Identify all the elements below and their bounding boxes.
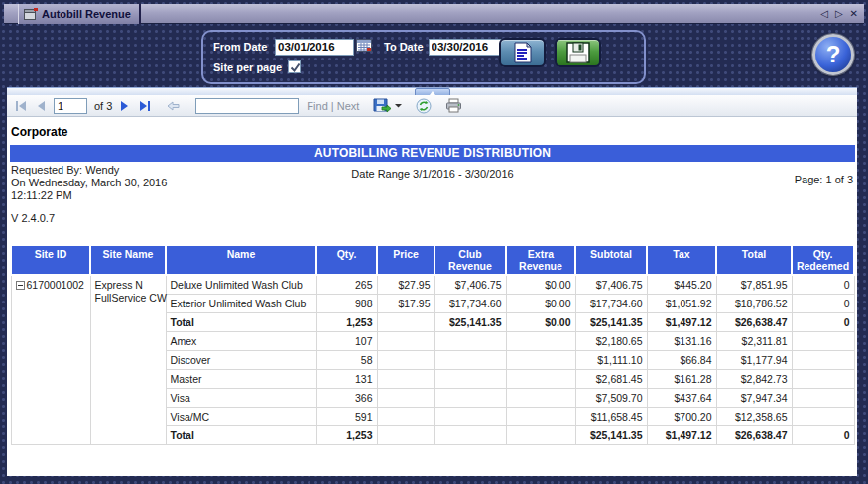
cell-tax: $161.28 bbox=[647, 369, 716, 388]
cell-subtotal: $25,141.35 bbox=[575, 312, 647, 331]
tab-bar: Autobill Revenue ◁ ▷ ✕ bbox=[4, 4, 864, 24]
export-button[interactable] bbox=[373, 98, 391, 113]
page-number-input[interactable] bbox=[54, 98, 87, 114]
export-floppy-icon bbox=[373, 98, 391, 113]
cell-price bbox=[377, 369, 434, 388]
cell-redeemed: 0 bbox=[792, 312, 854, 331]
help-button[interactable]: ? bbox=[812, 34, 854, 75]
export-dropdown-caret-icon[interactable] bbox=[395, 103, 402, 108]
cell-tax: $437.64 bbox=[647, 388, 716, 407]
cell-extra bbox=[506, 369, 575, 388]
cell-total: $12,358.65 bbox=[716, 407, 792, 425]
cell-redeemed: 0 bbox=[792, 294, 854, 312]
help-question-icon: ? bbox=[826, 41, 841, 67]
next-page-button[interactable] bbox=[120, 100, 130, 112]
report-content: Corporate AUTOBILLING REVENUE DISTRIBUTI… bbox=[7, 117, 857, 476]
previous-page-button[interactable] bbox=[36, 100, 46, 112]
floppy-disk-icon bbox=[566, 42, 590, 63]
cell-name: Discover bbox=[166, 350, 316, 369]
cell-club bbox=[434, 425, 506, 444]
last-page-button[interactable] bbox=[138, 100, 153, 112]
collapse-minus-icon[interactable] bbox=[16, 281, 25, 290]
cell-name: Visa/MC bbox=[166, 407, 316, 425]
cell-price bbox=[377, 407, 434, 425]
cell-price: $17.95 bbox=[377, 294, 434, 312]
report-scope-label: Corporate bbox=[11, 125, 67, 139]
tab-title: Autobill Revenue bbox=[42, 8, 131, 20]
cell-total: $26,638.47 bbox=[716, 425, 792, 444]
column-header-site-id: Site ID bbox=[11, 245, 90, 275]
cell-tax: $66.84 bbox=[647, 350, 716, 369]
from-date-input[interactable] bbox=[275, 39, 354, 56]
printer-icon bbox=[445, 98, 462, 113]
print-button[interactable] bbox=[445, 98, 462, 113]
save-button[interactable] bbox=[555, 38, 601, 67]
cell-club bbox=[434, 388, 506, 407]
nav-forward-icon[interactable]: ▷ bbox=[835, 9, 843, 19]
cell-redeemed bbox=[792, 388, 854, 407]
cell-redeemed bbox=[792, 331, 854, 350]
cell-total: $2,311.81 bbox=[716, 331, 792, 350]
report-title-banner: AUTOBILLING REVENUE DISTRIBUTION bbox=[10, 145, 855, 162]
column-header-name: Name bbox=[166, 245, 316, 275]
revenue-table: Site IDSite NameNameQty.PriceClub Revenu… bbox=[10, 244, 855, 445]
back-to-parent-button[interactable] bbox=[167, 100, 180, 112]
next-link[interactable]: Next bbox=[337, 100, 360, 112]
cell-price bbox=[377, 425, 434, 444]
cell-extra bbox=[506, 388, 575, 407]
cell-name: Visa bbox=[166, 388, 316, 407]
find-link[interactable]: Find bbox=[307, 100, 327, 112]
cell-club bbox=[434, 350, 506, 369]
column-header-site-name: Site Name bbox=[90, 245, 166, 275]
cell-extra: $0.00 bbox=[506, 294, 575, 312]
cell-tax: $1,497.12 bbox=[647, 425, 716, 444]
close-icon[interactable]: ✕ bbox=[850, 9, 858, 19]
first-page-button[interactable] bbox=[13, 100, 28, 112]
cell-extra bbox=[506, 331, 575, 350]
site-per-page-checkbox[interactable] bbox=[288, 60, 301, 73]
find-text-input[interactable] bbox=[195, 98, 299, 114]
site-per-page-row: Site per page bbox=[213, 60, 301, 73]
report-button[interactable] bbox=[499, 38, 546, 67]
site-name-cell: Express NFullService CW bbox=[90, 275, 166, 444]
cell-tax: $1,497.12 bbox=[647, 312, 716, 331]
page-count-label: of 3 bbox=[94, 100, 112, 112]
refresh-icon bbox=[416, 98, 432, 114]
cell-price bbox=[377, 388, 434, 407]
cell-price bbox=[377, 312, 434, 331]
cell-club bbox=[434, 369, 506, 388]
cell-tax: $445.20 bbox=[647, 275, 716, 294]
to-date-label: To Date bbox=[384, 41, 424, 53]
cell-club: $25,141.35 bbox=[434, 312, 506, 331]
site-id-cell: 6170001002 bbox=[11, 275, 90, 444]
column-header-club-revenue: Club Revenue bbox=[434, 245, 506, 275]
cell-total: $18,786.52 bbox=[716, 294, 792, 312]
cell-qty: 107 bbox=[316, 331, 377, 350]
cell-subtotal: $17,734.60 bbox=[575, 294, 647, 312]
cell-name: Deluxe Unlimited Wash Club bbox=[166, 275, 316, 294]
column-header-total: Total bbox=[716, 245, 792, 275]
cell-total: $26,638.47 bbox=[716, 312, 792, 331]
cell-redeemed: 0 bbox=[792, 275, 854, 294]
cell-subtotal: $7,509.70 bbox=[575, 388, 647, 407]
to-date-input[interactable] bbox=[429, 39, 508, 56]
application-window: Autobill Revenue ◁ ▷ ✕ From Date To Date bbox=[0, 0, 868, 484]
cell-qty: 591 bbox=[316, 407, 377, 425]
cell-redeemed bbox=[792, 369, 854, 388]
refresh-button[interactable] bbox=[416, 98, 432, 114]
parameter-collapse-strip bbox=[7, 87, 857, 95]
nav-back-icon[interactable]: ◁ bbox=[820, 9, 828, 19]
cell-name: Total bbox=[166, 425, 316, 444]
cell-qty: 1,253 bbox=[316, 425, 377, 444]
from-date-calendar-icon[interactable] bbox=[356, 38, 372, 56]
cell-extra: $0.00 bbox=[506, 312, 575, 331]
cell-extra bbox=[506, 425, 575, 444]
action-buttons bbox=[499, 38, 601, 67]
cell-tax: $131.16 bbox=[647, 331, 716, 350]
table-row: 6170001002Express NFullService CWDeluxe … bbox=[11, 275, 854, 294]
column-header-price: Price bbox=[377, 245, 434, 275]
cell-club: $7,406.75 bbox=[434, 275, 506, 294]
table-header-row: Site IDSite NameNameQty.PriceClub Revenu… bbox=[11, 245, 854, 275]
cell-club: $17,734.60 bbox=[434, 294, 506, 312]
tab-autobill-revenue[interactable]: Autobill Revenue bbox=[18, 4, 141, 24]
